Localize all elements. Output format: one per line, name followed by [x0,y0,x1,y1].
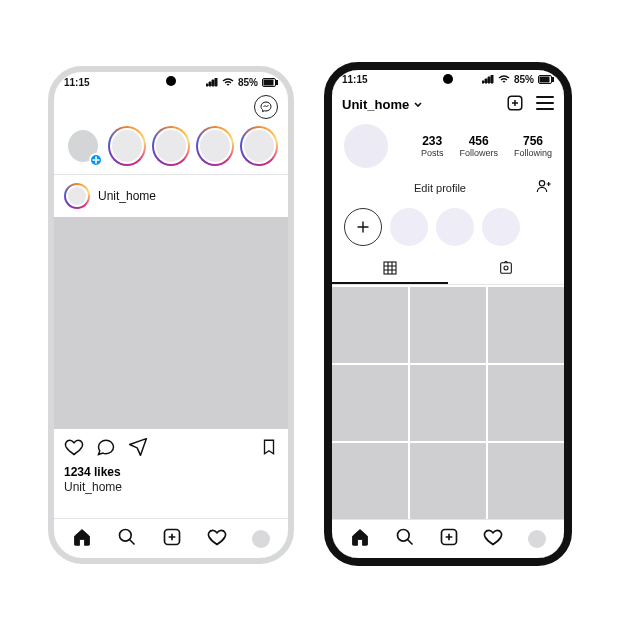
add-story-icon[interactable] [89,153,103,167]
svg-rect-2 [276,80,278,84]
signal-icon [482,75,494,84]
tab-tagged[interactable] [448,254,564,284]
nav-search-icon[interactable] [395,527,415,551]
post-image[interactable] [54,217,288,429]
post-header[interactable]: Unit_home [54,175,288,217]
stat-label: Following [514,148,552,158]
menu-icon[interactable] [536,96,554,114]
svg-point-12 [504,266,508,270]
nav-home-icon[interactable] [72,527,92,551]
grid-post[interactable] [332,287,408,363]
story-item[interactable] [196,126,234,166]
nav-profile-icon[interactable] [252,530,270,548]
chevron-down-icon [413,100,423,110]
grid-post[interactable] [332,365,408,441]
share-icon[interactable] [128,437,148,461]
nav-home-icon[interactable] [350,527,370,551]
profile-tabs [332,254,564,285]
stat-following[interactable]: 756 Following [514,134,552,158]
likes-count[interactable]: 1234 likes [54,463,288,479]
highlight-item[interactable] [390,208,428,246]
story-item[interactable] [108,126,146,166]
svg-point-3 [120,529,132,541]
nav-activity-icon[interactable] [207,527,227,551]
status-time: 11:15 [64,77,90,88]
svg-point-9 [539,180,544,185]
nav-profile-icon[interactable] [528,530,546,548]
grid-post[interactable] [488,365,564,441]
wifi-icon [498,75,510,84]
profile-stats: 233 Posts 456 Followers 756 Following [332,118,564,172]
nav-create-icon[interactable] [439,527,459,551]
story-item[interactable] [152,126,190,166]
highlight-item[interactable] [436,208,474,246]
wifi-icon [222,78,234,87]
stat-posts[interactable]: 233 Posts [421,134,444,158]
phone-profile: 11:15 85% Unit_home [324,62,572,566]
svg-rect-7 [552,78,554,82]
highlights-row[interactable] [332,204,564,254]
caption-username[interactable]: Unit_home [54,479,288,494]
post-author-name[interactable]: Unit_home [98,189,156,203]
camera-hole [166,76,176,86]
grid-post[interactable] [410,287,486,363]
nav-activity-icon[interactable] [483,527,503,551]
battery-icon [262,78,278,87]
svg-rect-1 [264,80,273,85]
post-actions [54,429,288,463]
discover-people-icon[interactable] [536,178,552,198]
create-post-icon[interactable] [506,94,524,116]
feed-header [54,92,288,122]
bookmark-icon[interactable] [260,437,278,461]
grid-post[interactable] [488,443,564,519]
like-icon[interactable] [64,437,84,461]
profile-avatar[interactable] [344,124,388,168]
grid-post[interactable] [410,365,486,441]
comment-icon[interactable] [96,437,116,461]
side-button [571,188,572,236]
svg-rect-11 [501,262,512,273]
signal-icon [206,78,218,87]
grid-post[interactable] [488,287,564,363]
edit-profile-button[interactable]: Edit profile [344,182,536,194]
profile-header: Unit_home [332,90,564,118]
stat-followers[interactable]: 456 Followers [459,134,498,158]
phone-feed: 11:15 85% [48,66,294,564]
battery-pct: 85% [238,77,258,88]
svg-point-13 [397,529,409,541]
story-your-story[interactable] [64,126,102,166]
camera-hole [443,74,453,84]
stat-value: 233 [421,134,444,148]
svg-rect-6 [540,77,549,82]
tab-grid[interactable] [332,254,448,284]
story-item[interactable] [240,126,278,166]
side-button [293,244,294,272]
bottom-nav [54,518,288,558]
nav-search-icon[interactable] [117,527,137,551]
posts-grid [332,285,564,519]
stat-label: Followers [459,148,498,158]
stat-value: 456 [459,134,498,148]
stat-label: Posts [421,148,444,158]
side-button [293,192,294,236]
profile-username: Unit_home [342,97,409,112]
stat-value: 756 [514,134,552,148]
nav-create-icon[interactable] [162,527,182,551]
stories-tray[interactable] [54,122,288,174]
highlight-add[interactable] [344,208,382,246]
post-author-avatar[interactable] [64,183,90,209]
grid-post[interactable] [410,443,486,519]
svg-rect-10 [384,262,396,274]
status-time: 11:15 [342,74,368,85]
battery-pct: 85% [514,74,534,85]
highlight-item[interactable] [482,208,520,246]
grid-post[interactable] [332,443,408,519]
edit-profile-row: Edit profile [332,172,564,204]
messenger-button[interactable] [254,95,278,119]
profile-username-switcher[interactable]: Unit_home [342,97,423,112]
battery-icon [538,75,554,84]
bottom-nav [332,519,564,558]
side-button [571,244,572,274]
